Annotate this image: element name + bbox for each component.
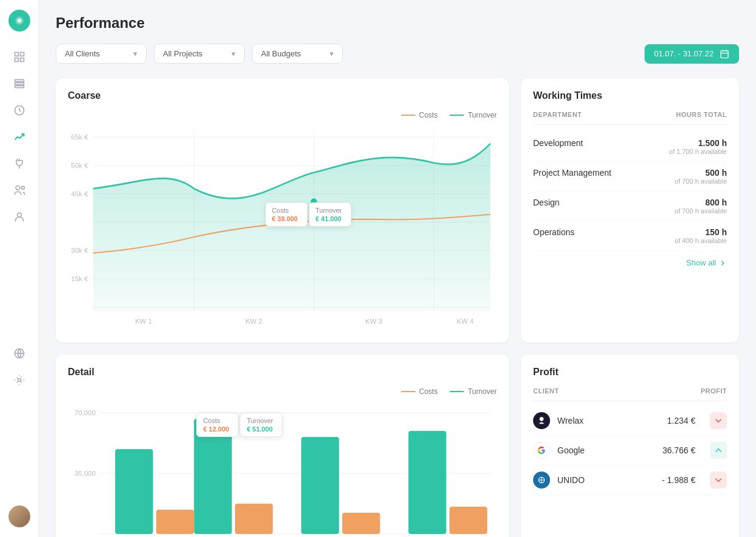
wt-available-design: of 700 h available xyxy=(675,207,727,215)
google-trend-badge xyxy=(710,442,727,459)
svg-text:65k €: 65k € xyxy=(71,133,88,141)
sidebar-item-list[interactable] xyxy=(8,73,30,95)
profit-row-google: Google 36.766 € xyxy=(533,436,727,465)
costs-tooltip-value: € 38.000 xyxy=(272,215,301,222)
svg-text:70,000: 70,000 xyxy=(75,409,96,416)
wt-dept-pm: Project Management xyxy=(533,168,611,178)
coarse-tooltip: Costs € 38.000 Turnover € 41.000 xyxy=(265,202,351,227)
wt-row-pm: Project Management 500 h of 700 h availa… xyxy=(533,162,727,192)
show-all-label: Show all xyxy=(686,258,716,267)
sidebar-item-dashboard[interactable] xyxy=(8,46,30,68)
date-range-label: 01.07. - 31.07.22 xyxy=(654,49,714,58)
svg-point-18 xyxy=(18,379,21,382)
sidebar-item-plug[interactable] xyxy=(8,153,30,175)
wt-total-operations: 150 h xyxy=(675,227,727,237)
wrelax-name: Wrelax xyxy=(557,416,660,425)
svg-rect-3 xyxy=(20,53,24,56)
turnover-tooltip-label: Turnover xyxy=(316,207,345,214)
coarse-chart: 65k € 50k € 45k € 30k € 15k € KW 1 KW 2 … xyxy=(68,124,497,330)
working-times-title: Working Times xyxy=(533,90,727,101)
detail-costs-tooltip-value: € 12.000 xyxy=(203,425,232,433)
projects-chevron-icon: ▾ xyxy=(231,49,236,58)
client-col-header: CLIENT xyxy=(533,387,559,395)
svg-rect-4 xyxy=(15,58,18,62)
svg-rect-6 xyxy=(15,79,24,81)
wt-total-pm: 500 h xyxy=(675,168,727,178)
svg-rect-19 xyxy=(721,50,728,58)
unido-logo xyxy=(533,472,550,489)
svg-rect-53 xyxy=(115,449,153,534)
svg-point-1 xyxy=(17,19,21,23)
wt-row-operations: Operations 150 h of 400 h available xyxy=(533,221,727,251)
costs-tooltip-label: Costs xyxy=(272,207,301,214)
main-content: Performance All Clients ▾ All Projects ▾… xyxy=(39,0,756,537)
costs-legend-label: Costs xyxy=(419,111,438,119)
wt-row-design: Design 800 h of 700 h available xyxy=(533,192,727,221)
sidebar-item-globe[interactable] xyxy=(8,342,30,364)
svg-text:15k €: 15k € xyxy=(71,275,88,282)
wt-hours-operations: 150 h of 400 h available xyxy=(675,227,727,244)
date-range-filter[interactable]: 01.07. - 31.07.22 xyxy=(645,44,739,64)
turnover-legend-label: Turnover xyxy=(468,111,497,119)
coarse-title: Coarse xyxy=(68,90,497,101)
avatar[interactable] xyxy=(8,505,30,527)
wrelax-logo xyxy=(533,412,550,429)
detail-turnover-tooltip: Turnover € 51.000 xyxy=(240,413,282,437)
turnover-line-icon xyxy=(449,115,464,116)
detail-turnover-legend: Turnover xyxy=(449,387,497,396)
trend-up-icon xyxy=(714,446,723,455)
google-profit: 36.766 € xyxy=(663,445,696,455)
wt-hours-development: 1.500 h of 1.700 h available xyxy=(669,138,727,155)
calendar-icon xyxy=(720,49,729,59)
profit-card: Profit CLIENT PROFIT Wrelax 1.234 € xyxy=(521,355,739,537)
wrelax-logo-icon xyxy=(537,416,546,425)
sidebar-item-trending[interactable] xyxy=(8,126,30,148)
turnover-tooltip-value: € 41.000 xyxy=(316,215,345,222)
sidebar-item-team[interactable] xyxy=(8,179,30,201)
wt-dept-operations: Operations xyxy=(533,227,574,237)
svg-rect-52 xyxy=(342,513,380,534)
bottom-grid: Detail Costs Turnover xyxy=(56,355,739,537)
wt-row-development: Development 1.500 h of 1.700 h available xyxy=(533,132,727,162)
detail-tooltip: Costs € 12.000 Turnover € 51.000 xyxy=(196,413,282,437)
wt-available-operations: of 400 h available xyxy=(675,237,727,244)
detail-costs-tooltip-label: Costs xyxy=(203,417,232,424)
projects-filter[interactable]: All Projects ▾ xyxy=(154,44,245,64)
budgets-chevron-icon: ▾ xyxy=(330,49,334,58)
coarse-legend: Costs Turnover xyxy=(68,111,497,119)
unido-name: UNIDO xyxy=(557,475,655,485)
trend-down-icon xyxy=(714,416,723,425)
profit-title: Profit xyxy=(533,367,727,378)
svg-point-57 xyxy=(540,417,544,421)
sidebar-item-user[interactable] xyxy=(8,206,30,228)
budgets-filter[interactable]: All Budgets ▾ xyxy=(252,44,343,64)
detail-title: Detail xyxy=(68,367,497,378)
svg-rect-5 xyxy=(20,58,24,62)
show-all-button[interactable]: Show all xyxy=(533,258,727,267)
svg-rect-55 xyxy=(408,431,446,534)
budgets-filter-label: All Budgets xyxy=(261,49,301,58)
wrelax-trend-badge xyxy=(710,412,727,429)
svg-rect-54 xyxy=(156,510,194,534)
clients-chevron-icon: ▾ xyxy=(133,49,138,58)
projects-filter-label: All Projects xyxy=(163,49,202,58)
sidebar-item-settings[interactable] xyxy=(8,369,30,391)
detail-turnover-tooltip-value: € 51.000 xyxy=(247,425,276,433)
google-logo-icon xyxy=(537,445,546,455)
filters-row: All Clients ▾ All Projects ▾ All Budgets… xyxy=(56,44,739,64)
wt-available-pm: of 700 h available xyxy=(675,178,727,185)
profit-col-header: PROFIT xyxy=(701,387,727,395)
coarse-chart-svg: 65k € 50k € 45k € 30k € 15k € KW 1 KW 2 … xyxy=(68,124,497,330)
costs-tooltip: Costs € 38.000 xyxy=(265,202,308,227)
svg-text:45k €: 45k € xyxy=(71,190,88,198)
svg-text:KW 4: KW 4 xyxy=(457,318,474,325)
unido-profit: - 1.988 € xyxy=(662,475,695,485)
sidebar-item-clock[interactable] xyxy=(8,99,30,121)
top-grid: Coarse Costs Turnover xyxy=(56,78,739,342)
unido-logo-icon xyxy=(537,475,546,485)
trend-down-icon-2 xyxy=(714,476,723,484)
clients-filter[interactable]: All Clients ▾ xyxy=(56,44,147,64)
wt-total-development: 1.500 h xyxy=(669,138,727,148)
svg-point-13 xyxy=(16,186,20,190)
profit-table-header: CLIENT PROFIT xyxy=(533,387,727,401)
